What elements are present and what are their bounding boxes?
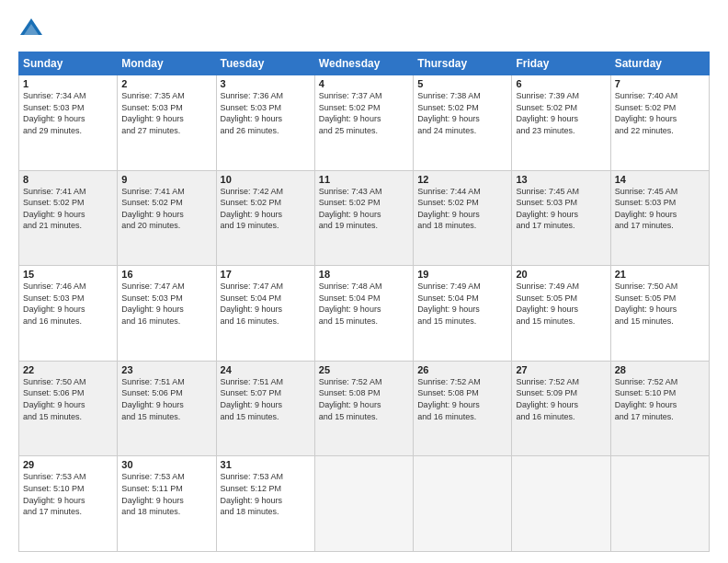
day-number: 19 — [417, 269, 507, 280]
day-info: Sunrise: 7:43 AM Sunset: 5:02 PM Dayligh… — [319, 186, 409, 232]
day-info: Sunrise: 7:47 AM Sunset: 5:04 PM Dayligh… — [221, 281, 311, 327]
day-cell: 28Sunrise: 7:52 AM Sunset: 5:10 PM Dayli… — [610, 361, 709, 456]
day-cell: 29Sunrise: 7:53 AM Sunset: 5:10 PM Dayli… — [19, 456, 118, 552]
header-cell-tuesday: Tuesday — [216, 52, 314, 75]
day-number: 28 — [615, 364, 705, 375]
day-number: 30 — [121, 459, 211, 470]
day-cell: 26Sunrise: 7:52 AM Sunset: 5:08 PM Dayli… — [414, 361, 512, 456]
day-info: Sunrise: 7:52 AM Sunset: 5:08 PM Dayligh… — [417, 376, 507, 422]
day-cell: 2Sunrise: 7:35 AM Sunset: 5:03 PM Daylig… — [118, 75, 216, 171]
day-number: 24 — [221, 364, 311, 375]
day-cell — [314, 456, 413, 552]
day-cell: 23Sunrise: 7:51 AM Sunset: 5:06 PM Dayli… — [118, 361, 216, 456]
day-info: Sunrise: 7:39 AM Sunset: 5:02 PM Dayligh… — [516, 90, 606, 136]
day-number: 2 — [121, 78, 211, 89]
day-info: Sunrise: 7:42 AM Sunset: 5:02 PM Dayligh… — [221, 186, 311, 232]
day-cell: 25Sunrise: 7:52 AM Sunset: 5:08 PM Dayli… — [314, 361, 413, 456]
header-cell-sunday: Sunday — [19, 52, 118, 75]
day-cell: 6Sunrise: 7:39 AM Sunset: 5:02 PM Daylig… — [512, 75, 610, 171]
day-cell: 15Sunrise: 7:46 AM Sunset: 5:03 PM Dayli… — [19, 266, 118, 362]
day-info: Sunrise: 7:52 AM Sunset: 5:10 PM Dayligh… — [615, 376, 705, 422]
day-info: Sunrise: 7:49 AM Sunset: 5:05 PM Dayligh… — [516, 281, 606, 327]
calendar-table: SundayMondayTuesdayWednesdayThursdayFrid… — [18, 52, 710, 552]
day-number: 31 — [221, 459, 311, 470]
page: SundayMondayTuesdayWednesdayThursdayFrid… — [0, 0, 728, 563]
day-cell: 31Sunrise: 7:53 AM Sunset: 5:12 PM Dayli… — [216, 456, 314, 552]
day-info: Sunrise: 7:52 AM Sunset: 5:09 PM Dayligh… — [516, 376, 606, 422]
day-number: 16 — [121, 269, 211, 280]
day-info: Sunrise: 7:50 AM Sunset: 5:06 PM Dayligh… — [23, 376, 113, 422]
day-info: Sunrise: 7:47 AM Sunset: 5:03 PM Dayligh… — [121, 281, 211, 327]
logo-icon — [18, 17, 44, 42]
day-cell — [610, 456, 709, 552]
day-number: 3 — [221, 78, 311, 89]
day-number: 29 — [23, 459, 113, 470]
day-number: 11 — [319, 174, 409, 185]
day-cell: 18Sunrise: 7:48 AM Sunset: 5:04 PM Dayli… — [314, 266, 413, 362]
day-cell: 20Sunrise: 7:49 AM Sunset: 5:05 PM Dayli… — [512, 266, 610, 362]
header-cell-thursday: Thursday — [414, 52, 512, 75]
day-info: Sunrise: 7:53 AM Sunset: 5:10 PM Dayligh… — [23, 471, 113, 517]
day-cell: 11Sunrise: 7:43 AM Sunset: 5:02 PM Dayli… — [314, 170, 413, 266]
day-info: Sunrise: 7:34 AM Sunset: 5:03 PM Dayligh… — [23, 90, 113, 136]
day-cell: 21Sunrise: 7:50 AM Sunset: 5:05 PM Dayli… — [610, 266, 709, 362]
header — [18, 17, 710, 42]
day-cell: 4Sunrise: 7:37 AM Sunset: 5:02 PM Daylig… — [314, 75, 413, 171]
day-cell: 14Sunrise: 7:45 AM Sunset: 5:03 PM Dayli… — [610, 170, 709, 266]
week-row-2: 8Sunrise: 7:41 AM Sunset: 5:02 PM Daylig… — [19, 170, 710, 266]
day-number: 26 — [417, 364, 507, 375]
day-cell: 7Sunrise: 7:40 AM Sunset: 5:02 PM Daylig… — [610, 75, 709, 171]
day-number: 10 — [221, 174, 311, 185]
day-info: Sunrise: 7:51 AM Sunset: 5:07 PM Dayligh… — [221, 376, 311, 422]
day-number: 23 — [121, 364, 211, 375]
day-number: 13 — [516, 174, 606, 185]
day-info: Sunrise: 7:41 AM Sunset: 5:02 PM Dayligh… — [23, 186, 113, 232]
day-number: 21 — [615, 269, 705, 280]
week-row-5: 29Sunrise: 7:53 AM Sunset: 5:10 PM Dayli… — [19, 456, 710, 552]
day-cell: 3Sunrise: 7:36 AM Sunset: 5:03 PM Daylig… — [216, 75, 314, 171]
day-cell: 17Sunrise: 7:47 AM Sunset: 5:04 PM Dayli… — [216, 266, 314, 362]
day-number: 12 — [417, 174, 507, 185]
day-number: 8 — [23, 174, 113, 185]
day-info: Sunrise: 7:38 AM Sunset: 5:02 PM Dayligh… — [417, 90, 507, 136]
week-row-3: 15Sunrise: 7:46 AM Sunset: 5:03 PM Dayli… — [19, 266, 710, 362]
calendar-body: 1Sunrise: 7:34 AM Sunset: 5:03 PM Daylig… — [19, 75, 710, 552]
day-cell: 8Sunrise: 7:41 AM Sunset: 5:02 PM Daylig… — [19, 170, 118, 266]
day-cell: 24Sunrise: 7:51 AM Sunset: 5:07 PM Dayli… — [216, 361, 314, 456]
day-info: Sunrise: 7:40 AM Sunset: 5:02 PM Dayligh… — [615, 90, 705, 136]
day-number: 4 — [319, 78, 409, 89]
day-number: 14 — [615, 174, 705, 185]
day-info: Sunrise: 7:48 AM Sunset: 5:04 PM Dayligh… — [319, 281, 409, 327]
day-cell — [414, 456, 512, 552]
day-number: 22 — [23, 364, 113, 375]
day-number: 20 — [516, 269, 606, 280]
day-cell: 16Sunrise: 7:47 AM Sunset: 5:03 PM Dayli… — [118, 266, 216, 362]
header-cell-saturday: Saturday — [610, 52, 709, 75]
day-info: Sunrise: 7:41 AM Sunset: 5:02 PM Dayligh… — [121, 186, 211, 232]
day-number: 15 — [23, 269, 113, 280]
day-cell: 13Sunrise: 7:45 AM Sunset: 5:03 PM Dayli… — [512, 170, 610, 266]
day-number: 5 — [417, 78, 507, 89]
day-info: Sunrise: 7:45 AM Sunset: 5:03 PM Dayligh… — [516, 186, 606, 232]
day-number: 27 — [516, 364, 606, 375]
day-cell — [512, 456, 610, 552]
day-info: Sunrise: 7:46 AM Sunset: 5:03 PM Dayligh… — [23, 281, 113, 327]
header-cell-wednesday: Wednesday — [314, 52, 413, 75]
day-cell: 22Sunrise: 7:50 AM Sunset: 5:06 PM Dayli… — [19, 361, 118, 456]
day-number: 9 — [121, 174, 211, 185]
day-cell: 12Sunrise: 7:44 AM Sunset: 5:02 PM Dayli… — [414, 170, 512, 266]
day-info: Sunrise: 7:52 AM Sunset: 5:08 PM Dayligh… — [319, 376, 409, 422]
day-info: Sunrise: 7:35 AM Sunset: 5:03 PM Dayligh… — [121, 90, 211, 136]
day-info: Sunrise: 7:36 AM Sunset: 5:03 PM Dayligh… — [221, 90, 311, 136]
day-cell: 19Sunrise: 7:49 AM Sunset: 5:04 PM Dayli… — [414, 266, 512, 362]
day-info: Sunrise: 7:44 AM Sunset: 5:02 PM Dayligh… — [417, 186, 507, 232]
calendar-header-row: SundayMondayTuesdayWednesdayThursdayFrid… — [19, 52, 710, 75]
day-info: Sunrise: 7:45 AM Sunset: 5:03 PM Dayligh… — [615, 186, 705, 232]
day-cell: 9Sunrise: 7:41 AM Sunset: 5:02 PM Daylig… — [118, 170, 216, 266]
day-info: Sunrise: 7:51 AM Sunset: 5:06 PM Dayligh… — [121, 376, 211, 422]
day-cell: 27Sunrise: 7:52 AM Sunset: 5:09 PM Dayli… — [512, 361, 610, 456]
day-cell: 30Sunrise: 7:53 AM Sunset: 5:11 PM Dayli… — [118, 456, 216, 552]
day-cell: 10Sunrise: 7:42 AM Sunset: 5:02 PM Dayli… — [216, 170, 314, 266]
day-info: Sunrise: 7:49 AM Sunset: 5:04 PM Dayligh… — [417, 281, 507, 327]
day-info: Sunrise: 7:53 AM Sunset: 5:11 PM Dayligh… — [121, 471, 211, 517]
